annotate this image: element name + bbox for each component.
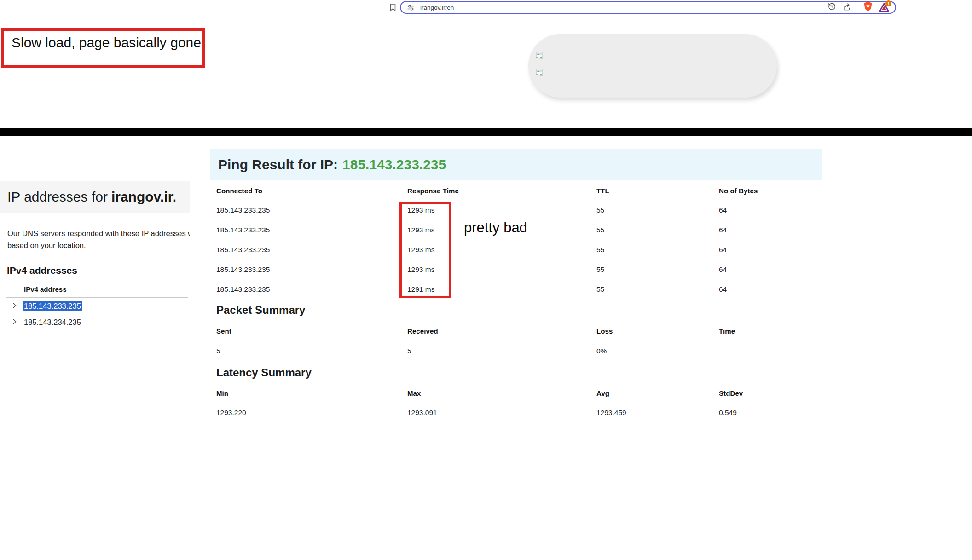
column-header: Max [407, 389, 596, 397]
bytes-value: 64 [719, 266, 822, 274]
column-header: Sent [216, 327, 407, 335]
max-value: 1293.091 [407, 409, 596, 417]
sidebar-title-domain: irangov.ir. [111, 189, 176, 205]
sidebar-title-prefix: IP addresses for [7, 189, 108, 205]
dns-description: Our DNS servers responded with these IP … [7, 227, 190, 251]
broken-image-icon [535, 51, 544, 61]
received-value: 5 [407, 347, 596, 355]
sent-value: 5 [216, 347, 407, 355]
latency-summary-header-row: Min Max Avg StdDev [210, 389, 822, 397]
ping-result-title: Ping Result for IP: [218, 157, 338, 173]
site-settings-icon[interactable] [407, 4, 415, 12]
broken-banner-placeholder [528, 34, 777, 98]
ping-table-header-row: Connected To Response Time TTL No of Byt… [210, 187, 822, 195]
table-row: 185.143.233.235 1293 ms 55 64 [210, 206, 822, 214]
column-header: No of Bytes [719, 187, 822, 195]
address-bar[interactable]: irangov.ir/en [400, 1, 896, 14]
latency-summary-heading: Latency Summary [216, 366, 312, 379]
loss-value: 0% [596, 347, 719, 355]
ipv4-addresses-heading: IPv4 addresses [7, 265, 77, 276]
share-icon[interactable] [842, 2, 851, 13]
column-header: Connected To [216, 187, 407, 195]
ttl-value: 55 [596, 226, 719, 234]
dns-description-line2: based on your location. [7, 239, 190, 251]
ipv4-address-value[interactable]: 185.143.234.235 [23, 318, 82, 327]
url-text[interactable]: irangov.ir/en [420, 4, 827, 11]
chevron-right-icon[interactable] [12, 318, 17, 327]
slow-load-annotation-text: Slow load, page basically gone [4, 31, 202, 51]
extension-icon[interactable]: 1 [879, 2, 890, 12]
ttl-value: 55 [596, 285, 719, 294]
column-header: Avg [596, 389, 719, 397]
connected-to-value: 185.143.233.235 [216, 226, 407, 234]
broken-image-icon [535, 68, 544, 78]
list-item-ipv4[interactable]: 185.143.233.235 [12, 301, 82, 311]
latency-summary-values-row: 1293.220 1293.091 1293.459 0.549 [210, 409, 822, 417]
ttl-value: 55 [596, 206, 719, 214]
sidebar-divider [6, 297, 188, 298]
ping-result-ip: 185.143.233.235 [342, 157, 446, 173]
ttl-value: 55 [596, 246, 719, 254]
column-header: TTL [596, 187, 719, 195]
bytes-value: 64 [719, 226, 822, 234]
bytes-value: 64 [719, 246, 822, 254]
packet-summary-values-row: 5 5 0% [210, 347, 822, 355]
toolbar-divider [857, 4, 857, 11]
extension-badge: 1 [885, 0, 891, 6]
min-value: 1293.220 [216, 409, 407, 417]
column-header: Min [216, 389, 407, 397]
dns-description-line1: Our DNS servers responded with these IP … [7, 227, 190, 239]
connected-to-value: 185.143.233.235 [216, 246, 407, 254]
column-header: Response Time [407, 187, 596, 195]
ping-result-header: Ping Result for IP: 185.143.233.235 [210, 149, 822, 180]
connected-to-value: 185.143.233.235 [216, 285, 407, 294]
packet-summary-heading: Packet Summary [216, 304, 305, 317]
table-row: 185.143.233.235 1293 ms 55 64 [210, 266, 822, 274]
brave-shield-icon[interactable] [863, 1, 873, 13]
sidebar-title: IP addresses for irangov.ir. [0, 181, 190, 213]
packet-summary-header-row: Sent Received Loss Time [210, 327, 822, 335]
ipv4-address-value[interactable]: 185.143.233.235 [23, 301, 82, 311]
avg-value: 1293.459 [596, 409, 719, 417]
chevron-right-icon[interactable] [12, 302, 17, 311]
column-header: Received [407, 327, 596, 335]
list-item-ipv4[interactable]: 185.143.234.235 [12, 318, 82, 327]
browser-toolbar: irangov.ir/en [0, 0, 972, 15]
column-header: StdDev [719, 389, 822, 397]
table-row: 185.143.233.235 1291 ms 55 64 [210, 285, 822, 294]
bookmark-icon[interactable] [388, 3, 397, 12]
slow-load-annotation-box: Slow load, page basically gone [1, 28, 205, 68]
connected-to-value: 185.143.233.235 [216, 206, 407, 214]
connected-to-value: 185.143.233.235 [216, 266, 407, 274]
response-time-annotation-box [399, 202, 451, 298]
history-icon[interactable] [827, 2, 836, 13]
bytes-value: 64 [719, 206, 822, 214]
pretty-bad-annotation-text: pretty bad [464, 219, 527, 236]
stddev-value: 0.549 [719, 409, 822, 417]
column-header: Loss [596, 327, 719, 335]
page-separator-bar [0, 128, 972, 136]
ttl-value: 55 [596, 266, 719, 274]
ipv4-address-column-header: IPv4 address [24, 285, 67, 293]
bytes-value: 64 [719, 285, 822, 294]
table-row: 185.143.233.235 1293 ms 55 64 [210, 246, 822, 254]
column-header: Time [719, 327, 822, 335]
